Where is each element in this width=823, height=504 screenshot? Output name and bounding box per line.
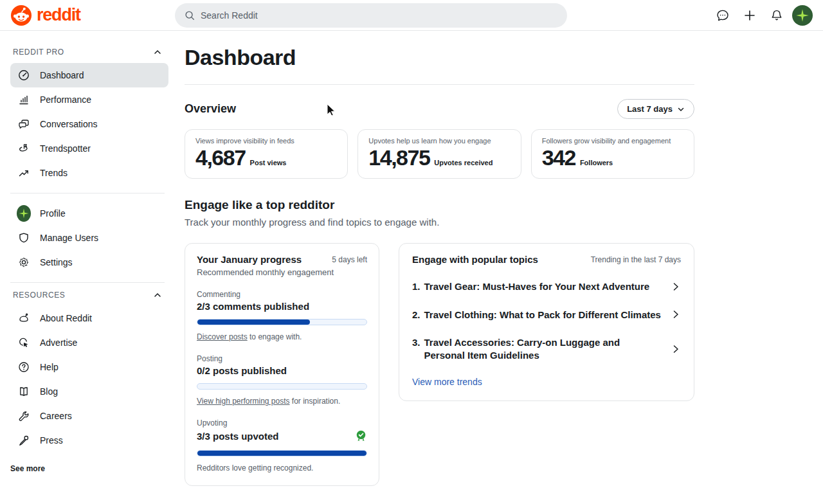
snoo-head-icon bbox=[17, 312, 31, 325]
goal-helper: View high performing posts for inspirati… bbox=[197, 397, 367, 406]
chevron-up-icon bbox=[153, 291, 162, 300]
sidebar-item-careers[interactable]: Careers bbox=[10, 404, 168, 428]
stat-value: 14,875 bbox=[368, 145, 430, 170]
gear-icon bbox=[17, 256, 31, 269]
goal-helper: Discover posts to engage with. bbox=[197, 332, 367, 341]
stat-card-post-views: Views improve visibility in feeds 4,687 … bbox=[185, 129, 348, 179]
topics-card-meta: Trending in the last 7 days bbox=[591, 254, 681, 264]
sidebar-item-label: Advertise bbox=[40, 338, 77, 348]
topic-label: Travel Accessories: Carry-on Luggage and… bbox=[424, 336, 663, 361]
stat-card-followers: Followers grow visibility and engagement… bbox=[531, 129, 694, 179]
sidebar-item-label: Careers bbox=[40, 411, 72, 421]
sidebar-item-label: Settings bbox=[40, 257, 73, 267]
sidebar-item-manage-users[interactable]: Manage Users bbox=[10, 226, 168, 250]
sidebar-item-press[interactable]: Press bbox=[10, 428, 168, 453]
book-icon bbox=[17, 385, 31, 398]
sidebar-divider bbox=[10, 282, 165, 283]
notifications-button[interactable] bbox=[765, 4, 788, 27]
chevron-right-icon bbox=[671, 309, 681, 320]
sidebar-item-help[interactable]: Help bbox=[10, 355, 168, 379]
shield-icon bbox=[17, 231, 31, 244]
topic-rank: 3. bbox=[412, 336, 421, 361]
discover-posts-link[interactable]: Discover posts bbox=[197, 332, 248, 341]
sidebar-item-advertise[interactable]: Advertise bbox=[10, 330, 168, 355]
wrench-icon bbox=[17, 410, 31, 422]
chat-icon bbox=[716, 8, 730, 22]
sidebar-item-label: Profile bbox=[40, 208, 66, 219]
search-bar[interactable] bbox=[175, 3, 567, 28]
sidebar-item-label: Performance bbox=[40, 94, 91, 105]
goal-category: Commenting bbox=[197, 290, 367, 299]
topic-row-3[interactable]: 3. Travel Accessories: Carry-on Luggage … bbox=[412, 336, 681, 361]
stat-caption: Followers grow visibility and engagement bbox=[542, 137, 683, 145]
microphone-icon bbox=[17, 434, 31, 447]
stat-caption: Views improve visibility in feeds bbox=[195, 137, 337, 145]
gauge-icon bbox=[17, 69, 31, 82]
chevron-up-icon bbox=[153, 48, 162, 57]
sidebar-divider bbox=[10, 193, 165, 194]
popular-topics-card: Engage with popular topics Trending in t… bbox=[399, 243, 694, 401]
topic-label: Travel Gear: Must-Haves for Your Next Ad… bbox=[424, 280, 650, 293]
topic-row-2[interactable]: 2. Travel Clothing: What to Pack for Dif… bbox=[412, 309, 681, 321]
goal-helper-text: to engage with. bbox=[248, 332, 302, 341]
sidebar-section-resources[interactable]: RESOURCES bbox=[10, 291, 170, 306]
avatar-star-icon bbox=[794, 7, 811, 24]
sidebar-item-label: Press bbox=[40, 435, 63, 446]
chat-button[interactable] bbox=[711, 4, 734, 27]
reddit-logo[interactable]: reddit bbox=[10, 4, 175, 26]
chevron-right-icon bbox=[671, 282, 681, 292]
conversations-icon bbox=[17, 118, 31, 130]
stats-row: Views improve visibility in feeds 4,687 … bbox=[185, 129, 694, 179]
search-input[interactable] bbox=[201, 10, 558, 21]
user-avatar[interactable] bbox=[792, 5, 813, 26]
sidebar-item-blog[interactable]: Blog bbox=[10, 379, 168, 404]
see-more-link[interactable]: See more bbox=[10, 464, 170, 473]
high-performing-posts-link[interactable]: View high performing posts bbox=[197, 397, 290, 406]
sidebar-item-trends[interactable]: Trends bbox=[10, 161, 168, 185]
sidebar-item-label: Dashboard bbox=[40, 70, 84, 80]
topics-card-title: Engage with popular topics bbox=[412, 254, 538, 265]
date-range-button[interactable]: Last 7 days bbox=[617, 99, 694, 119]
goal-category: Posting bbox=[197, 354, 367, 363]
search-icon bbox=[184, 10, 195, 21]
goal-helper-text: for inspiration. bbox=[290, 397, 341, 406]
goal-status: 3/3 posts upvoted bbox=[197, 431, 279, 442]
header-actions bbox=[711, 4, 813, 27]
sidebar-item-label: Conversations bbox=[40, 119, 98, 129]
reddit-wordmark: reddit bbox=[37, 5, 80, 25]
trend-arrow-icon bbox=[17, 166, 31, 179]
progress-bar-commenting bbox=[197, 319, 367, 325]
sidebar-section-reddit-pro[interactable]: REDDIT PRO bbox=[10, 48, 170, 63]
goal-commenting: Commenting 2/3 comments published Discov… bbox=[197, 290, 367, 341]
goal-category: Upvoting bbox=[197, 419, 367, 428]
sidebar-item-label: Manage Users bbox=[40, 233, 98, 243]
topic-label: Travel Clothing: What to Pack for Differ… bbox=[424, 309, 661, 321]
stat-label: Upvotes received bbox=[434, 159, 493, 166]
progress-card-subtitle: Recommended monthly engagement bbox=[197, 267, 367, 277]
sidebar-item-profile[interactable]: Profile bbox=[10, 201, 168, 226]
sidebar: REDDIT PRO Dashboard Performance bbox=[0, 31, 175, 504]
stat-value: 4,687 bbox=[195, 145, 246, 170]
sidebar-item-conversations[interactable]: Conversations bbox=[10, 112, 168, 136]
topic-row-1[interactable]: 1. Travel Gear: Must-Haves for Your Next… bbox=[412, 280, 681, 293]
stat-label: Post views bbox=[250, 159, 287, 166]
topic-rank: 1. bbox=[412, 280, 421, 293]
engage-heading: Engage like a top redditor bbox=[185, 198, 694, 212]
chevron-right-icon bbox=[671, 344, 681, 354]
stat-caption: Upvotes help us learn how you engage bbox=[368, 137, 510, 145]
engage-subheading: Track your monthly progress and find top… bbox=[185, 217, 694, 228]
create-post-button[interactable] bbox=[738, 4, 761, 27]
sidebar-item-dashboard[interactable]: Dashboard bbox=[10, 63, 168, 87]
sidebar-item-performance[interactable]: Performance bbox=[10, 87, 168, 112]
stat-value: 342 bbox=[542, 145, 575, 170]
snoo-logo-icon bbox=[10, 4, 32, 26]
view-more-trends-link[interactable]: View more trends bbox=[412, 377, 482, 387]
page-title: Dashboard bbox=[185, 45, 694, 70]
trendspotter-icon bbox=[17, 142, 31, 155]
sidebar-item-settings[interactable]: Settings bbox=[10, 250, 168, 274]
sidebar-item-label: About Reddit bbox=[40, 313, 92, 323]
goal-status: 2/3 comments published bbox=[197, 301, 309, 312]
bell-icon bbox=[770, 8, 784, 22]
sidebar-item-about-reddit[interactable]: About Reddit bbox=[10, 306, 168, 330]
sidebar-item-trendspotter[interactable]: Trendspotter bbox=[10, 136, 168, 161]
